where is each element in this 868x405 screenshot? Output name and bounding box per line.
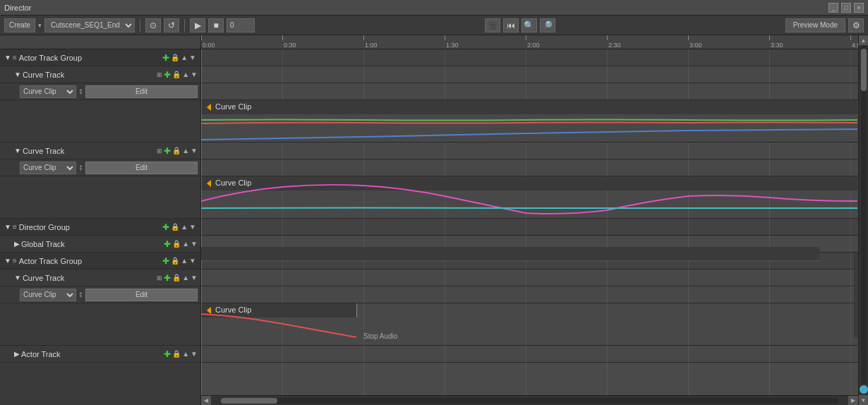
main-content: ▼ ≡ Actor Track Group ✚ 🔒 ▲ ▼ [0, 35, 868, 405]
curve-track-3-timeline-header [201, 270, 858, 286]
camera-icon[interactable]: 🎥 [485, 18, 500, 32]
curve-clip-1-select[interactable]: Curve Clip [20, 85, 76, 98]
actor-group-1-arrow-down[interactable]: ▼ [189, 54, 196, 61]
curve-clip-2-select[interactable]: Curve Clip [20, 162, 76, 174]
director-group-timeline [201, 219, 858, 236]
play-button[interactable]: ▶ [190, 18, 205, 32]
director-group-collapse[interactable]: ▼ [4, 223, 11, 231]
clip-3-dropdown[interactable]: ‡ [79, 291, 83, 298]
actor-group-1-collapse[interactable]: ▼ [4, 54, 11, 61]
left-panel: ▼ ≡ Actor Track Group ✚ 🔒 ▲ ▼ [0, 35, 201, 405]
minimize-button[interactable]: _ [828, 3, 838, 13]
curve-track-3-collapse[interactable]: ▼ [14, 274, 21, 282]
create-button[interactable]: Create [4, 18, 35, 32]
actor-group-2-down[interactable]: ▼ [189, 257, 196, 265]
h-scroll-left[interactable]: ◀ [201, 396, 211, 406]
editor-area: ▼ ≡ Actor Track Group ✚ 🔒 ▲ ▼ [0, 35, 868, 405]
curve-track-3-up[interactable]: ▲ [182, 274, 189, 282]
clip-2-dropdown[interactable]: ‡ [79, 164, 83, 171]
curve-clip-3-select[interactable]: Curve Clip [20, 289, 76, 301]
actor-group-2-lock[interactable]: 🔒 [171, 257, 179, 265]
curve-track-1-collapse[interactable]: ▼ [14, 71, 21, 78]
curve-track-1-add[interactable]: ✚ [164, 70, 171, 80]
curve-track-2-collapse[interactable]: ▼ [14, 147, 21, 155]
ruler-label-330: 3:30 [771, 42, 783, 49]
curve-track-2-header: ▼ Curve Track ⊞ ✚ 🔒 ▲ ▼ [0, 143, 200, 159]
curve-track-2-add[interactable]: ✚ [164, 146, 171, 156]
preview-mode-button[interactable]: Preview Mode [785, 18, 845, 32]
v-scroll-thumb[interactable] [861, 49, 867, 91]
curve-track-3-lock[interactable]: 🔒 [172, 274, 181, 282]
actor-track-lock[interactable]: 🔒 [172, 350, 181, 358]
curve-track-1-lock[interactable]: 🔒 [172, 71, 181, 78]
actor-group-1-add[interactable]: ✚ [162, 53, 169, 63]
global-track-lock[interactable]: 🔒 [172, 240, 181, 248]
global-track-add[interactable]: ✚ [164, 239, 171, 249]
clip-1-dropdown[interactable]: ‡ [79, 88, 83, 95]
curve-track-3-ctrl-timeline [201, 286, 858, 303]
ruler-left-placeholder [0, 35, 200, 49]
zoom-out-button[interactable]: 🔎 [540, 18, 555, 32]
settings-button[interactable]: ⚙ [848, 18, 864, 32]
h-scroll-right[interactable]: ▶ [848, 396, 858, 406]
director-group-down[interactable]: ▼ [189, 223, 196, 231]
actor-track-timeline [201, 346, 858, 363]
ruler-label-230: 2:30 [608, 42, 621, 49]
curve-track-1-up[interactable]: ▲ [182, 71, 189, 78]
curve-clip-2-edit[interactable]: Edit [85, 162, 198, 174]
curve-track-3-add[interactable]: ✚ [164, 273, 171, 283]
curve-clip-3-edit[interactable]: Edit [85, 289, 198, 301]
actor-group-2-up[interactable]: ▲ [181, 257, 188, 265]
director-group-add[interactable]: ✚ [162, 222, 169, 232]
actor-group-1-lock[interactable]: 🔒 [171, 54, 179, 61]
actor-group-2-collapse[interactable]: ▼ [4, 257, 11, 265]
time-input[interactable]: 0 [227, 18, 255, 32]
curve-clip-2-area [201, 176, 858, 219]
director-group-name: Director Group [19, 223, 162, 231]
actor-group-2-icons: ✚ 🔒 ▲ ▼ [162, 256, 196, 266]
h-scroll-thumb[interactable] [221, 398, 277, 404]
actor-track-collapse[interactable]: ▶ [14, 350, 20, 358]
ruler-mark-line [282, 35, 283, 40]
actor-track-down[interactable]: ▼ [191, 350, 198, 358]
curve-clip-1-edit[interactable]: Edit [85, 85, 198, 98]
maximize-button[interactable]: □ [841, 3, 851, 13]
actor-group-1-name: Actor Track Group [19, 54, 162, 62]
director-group-lock[interactable]: 🔒 [171, 223, 179, 231]
actor-track-up[interactable]: ▲ [182, 350, 189, 358]
step-back-button[interactable]: ⏮ [503, 18, 519, 32]
curve-track-1-controls: Curve Clip ‡ Edit [0, 83, 200, 100]
curve-track-1-ctrl-timeline [201, 83, 858, 100]
actor-group-2-add[interactable]: ✚ [162, 256, 169, 266]
curve-track-2-content-placeholder [0, 176, 200, 219]
curve-track-2-down[interactable]: ▼ [191, 147, 198, 155]
actor-group-2-header: ▼ ≡ Actor Track Group ✚ 🔒 ▲ ▼ [0, 253, 200, 270]
stop-button[interactable]: ■ [208, 18, 224, 32]
h-scroll-track[interactable] [221, 398, 838, 404]
sequence-select[interactable]: Cutscene_SEQ1_End [44, 18, 135, 32]
h-scrollbar[interactable]: ◀ ▶ [201, 395, 858, 405]
curve-track-3-header: ▼ Curve Track ⊞ ✚ 🔒 ▲ ▼ [0, 270, 200, 286]
ruler-label-030: 0:30 [284, 42, 296, 49]
curve-track-1-down[interactable]: ▼ [191, 71, 198, 78]
v-scroll-up[interactable]: ▲ [859, 35, 869, 45]
actor-track-add[interactable]: ✚ [164, 349, 171, 359]
ruler-mark-300: 3:00 [688, 35, 702, 49]
zoom-in-button[interactable]: 🔍 [522, 18, 537, 32]
timeline-tracks[interactable]: Curve Clip Curve Cl [201, 49, 858, 395]
refresh-button[interactable]: ↺ [164, 18, 179, 32]
v-scroll-track[interactable] [861, 45, 867, 384]
v-scroll-down[interactable]: ▼ [859, 395, 869, 405]
director-group-up[interactable]: ▲ [181, 223, 188, 231]
global-track-collapse[interactable]: ▶ [14, 240, 20, 248]
curve-track-3-down[interactable]: ▼ [191, 274, 198, 282]
global-track-up[interactable]: ▲ [182, 240, 189, 248]
record-button[interactable]: ⊙ [145, 18, 161, 32]
actor-group-1-arrow-up[interactable]: ▲ [181, 54, 188, 61]
global-track-down[interactable]: ▼ [191, 240, 198, 248]
ruler-mark-line [850, 35, 851, 40]
curve-track-2-up[interactable]: ▲ [182, 147, 189, 155]
close-button[interactable]: × [854, 3, 864, 13]
curve-track-2-lock[interactable]: 🔒 [172, 147, 181, 155]
timeline-ruler[interactable]: 0:00 0:30 1:00 [201, 35, 858, 49]
